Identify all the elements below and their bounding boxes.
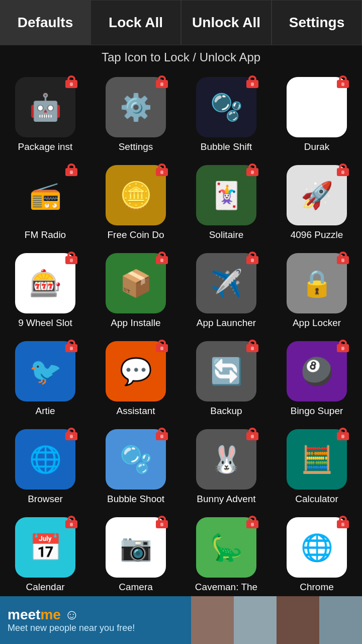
app-grid: 🤖Package inst⚙️Settings🫧Bubble Shift♠️Du… [0,69,362,603]
app-label: FM Radio [4,229,87,240]
svg-rect-14 [70,171,73,174]
lock-icon [154,425,170,445]
app-cell[interactable]: 🎱Bingo Super [272,336,362,424]
svg-rect-13 [68,165,74,170]
lock-icon [63,513,79,533]
lock-icon [63,161,79,181]
app-cell[interactable]: 🌐Chrome [272,512,362,600]
app-label: Free Coin Do [95,229,177,240]
svg-rect-26 [70,259,73,262]
lock-icon [335,425,351,445]
app-label: Calendar [4,582,87,593]
app-cell[interactable]: 🔒App Locker [272,248,362,336]
svg-rect-70 [340,517,346,522]
svg-rect-4 [159,76,165,82]
lock-icon [154,249,170,269]
app-cell[interactable]: 🤖Package inst [0,72,90,160]
lock-icon [154,161,170,181]
app-label: Settings [95,141,177,152]
svg-rect-1 [68,76,74,82]
app-label: Package inst [4,141,87,152]
svg-rect-20 [251,171,254,174]
lock-icon [244,337,260,357]
app-label: 4096 Puzzle [276,229,358,240]
svg-rect-56 [251,435,254,438]
ad-logo: meetme ☺ [8,607,135,623]
ad-banner[interactable]: meetme ☺ Meet new people near you free! [0,596,362,644]
svg-rect-28 [159,253,165,258]
svg-rect-61 [68,517,74,522]
app-cell[interactable]: 🐰Bunny Advent [181,424,272,512]
lock-all-button[interactable]: Lock All [90,0,181,45]
app-cell[interactable]: 🫧Bubble Shoot [90,424,181,512]
ad-photos [191,596,362,644]
svg-rect-17 [160,171,163,174]
app-cell[interactable]: 📻FM Radio [0,160,90,248]
settings-button[interactable]: Settings [272,0,362,45]
app-cell[interactable]: 🫧Bubble Shift [181,72,272,160]
svg-rect-59 [341,435,344,438]
app-label: Bubble Shoot [95,494,177,505]
app-cell[interactable]: 🚀4096 Puzzle [272,160,362,248]
svg-rect-23 [341,171,344,174]
instruction-text: Tap Icon to Lock / Unlock App [0,45,362,69]
app-icon-wrap: 📷 [106,517,166,578]
unlock-all-button[interactable]: Unlock All [181,0,272,45]
app-icon-wrap: 🧮 [287,429,347,490]
svg-rect-53 [160,435,163,438]
app-icon-wrap: 💬 [106,341,166,401]
app-cell[interactable]: 📷Camera [90,512,181,600]
app-cell[interactable]: 🪙Free Coin Do [90,160,181,248]
svg-rect-29 [160,259,163,262]
app-cell[interactable]: 🐦Artie [0,336,90,424]
app-icon-wrap: 🫧 [196,77,256,137]
app-label: Bubble Shift [185,141,268,152]
svg-rect-67 [249,517,255,522]
svg-rect-10 [340,76,346,82]
app-cell[interactable]: 🃏Solitaire [181,160,272,248]
lock-icon [63,73,79,93]
app-icon-wrap: 🃏 [196,165,256,225]
app-icon-wrap: 🔄 [196,341,256,401]
app-label: App Locker [276,317,358,329]
lock-icon [244,249,260,269]
app-icon-wrap: ⚙️ [106,77,166,137]
app-cell[interactable]: ✈️App Launcher [181,248,272,336]
svg-rect-5 [160,83,163,86]
defaults-button[interactable]: Defaults [0,0,90,45]
app-cell[interactable]: 📅Calendar [0,512,90,600]
app-label: Camera [95,582,177,593]
svg-rect-40 [159,341,165,346]
app-cell[interactable]: 🧮Calculator [272,424,362,512]
app-icon-wrap: ✈️ [196,253,256,313]
app-icon-wrap: 🦕 [196,517,256,578]
svg-rect-50 [70,435,73,438]
lock-icon [335,249,351,269]
app-cell[interactable]: 🦕Caveman: The [181,512,272,600]
svg-rect-62 [70,523,73,526]
svg-rect-52 [159,429,165,434]
app-cell[interactable]: ♠️Durak [272,72,362,160]
svg-rect-37 [68,341,74,346]
app-cell[interactable]: 💬Assistant [90,336,181,424]
lock-icon [244,73,260,93]
lock-icon [63,337,79,357]
app-label: Calculator [276,494,358,505]
svg-rect-32 [251,259,254,262]
app-label: App Launcher [185,317,268,329]
app-cell[interactable]: 📦App Installe [90,248,181,336]
app-label: Chrome [276,582,358,593]
app-icon-wrap: 📅 [15,517,75,578]
app-label: 9 Wheel Slot [4,317,87,329]
app-cell[interactable]: 🌐Browser [0,424,90,512]
app-icon-wrap: 🐦 [15,341,75,401]
svg-rect-11 [341,83,344,86]
app-cell[interactable]: 🔄Backup [181,336,272,424]
app-cell[interactable]: 🎰9 Wheel Slot [0,248,90,336]
app-label: Backup [185,406,268,417]
lock-icon [335,337,351,357]
app-icon-wrap: 📻 [15,165,75,225]
svg-rect-35 [341,259,344,262]
app-label: Bingo Super [276,406,358,417]
app-cell[interactable]: ⚙️Settings [90,72,181,160]
